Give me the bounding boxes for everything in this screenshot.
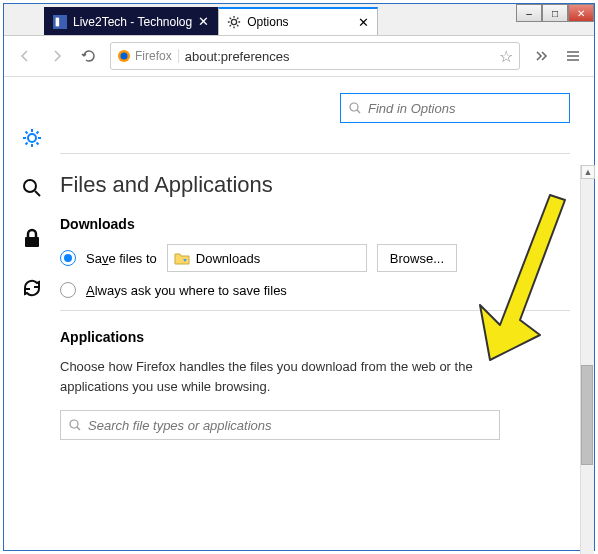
- always-ask-radio[interactable]: [60, 282, 76, 298]
- reload-button[interactable]: [78, 45, 100, 67]
- download-folder-field[interactable]: Downloads: [167, 244, 367, 272]
- site-favicon: [53, 15, 67, 29]
- hamburger-icon: [565, 48, 581, 64]
- applications-description: Choose how Firefox handles the files you…: [60, 357, 500, 396]
- save-files-label: Save files to: [86, 251, 157, 266]
- firefox-icon: [117, 49, 131, 63]
- preferences-content: Files and Applications Downloads Save fi…: [4, 77, 594, 554]
- window-controls: – □ ✕: [516, 4, 594, 22]
- divider: [60, 310, 570, 311]
- back-button[interactable]: [14, 45, 36, 67]
- download-folder-name: Downloads: [196, 251, 260, 266]
- svg-point-5: [28, 134, 36, 142]
- scroll-up-icon[interactable]: ▲: [581, 165, 595, 179]
- url-bar[interactable]: Firefox about:preferences ☆: [110, 42, 520, 70]
- tab-close-icon[interactable]: ✕: [358, 15, 369, 30]
- search-icon: [349, 102, 362, 115]
- svg-point-4: [121, 53, 128, 60]
- search-icon: [69, 419, 82, 432]
- gear-icon: [21, 127, 43, 149]
- sidebar-search[interactable]: [21, 177, 43, 199]
- scrollbar-thumb[interactable]: [581, 365, 593, 465]
- scrollbar[interactable]: ▲: [580, 165, 594, 554]
- menu-button[interactable]: [562, 45, 584, 67]
- tab-close-icon[interactable]: ✕: [198, 14, 209, 29]
- preferences-main: Files and Applications Downloads Save fi…: [60, 77, 594, 554]
- browser-window: – □ ✕ Live2Tech - Technolog ✕ Options ✕: [3, 3, 595, 551]
- lock-icon: [22, 227, 42, 249]
- section-heading: Files and Applications: [60, 172, 570, 198]
- url-text: about:preferences: [185, 49, 493, 64]
- divider: [60, 153, 570, 154]
- reload-icon: [81, 48, 97, 64]
- gear-icon: [227, 15, 241, 29]
- save-files-row: Save files to Downloads Browse...: [60, 244, 570, 272]
- identity-box[interactable]: Firefox: [117, 49, 179, 63]
- svg-point-6: [24, 180, 36, 192]
- sidebar-privacy[interactable]: [21, 227, 43, 249]
- tab-title: Live2Tech - Technolog: [73, 15, 192, 29]
- svg-point-9: [70, 420, 78, 428]
- svg-rect-7: [25, 237, 39, 247]
- save-files-radio[interactable]: [60, 250, 76, 266]
- nav-toolbar: Firefox about:preferences ☆: [4, 36, 594, 77]
- arrow-right-icon: [49, 48, 65, 64]
- close-window-button[interactable]: ✕: [568, 4, 594, 22]
- preferences-sidebar: [4, 77, 60, 554]
- browse-button[interactable]: Browse...: [377, 244, 457, 272]
- find-input[interactable]: [368, 101, 561, 116]
- always-ask-row: Always ask you where to save files: [60, 282, 570, 298]
- svg-point-8: [350, 103, 358, 111]
- sidebar-sync[interactable]: [21, 277, 43, 299]
- sync-icon: [21, 277, 43, 299]
- bookmark-star-icon[interactable]: ☆: [499, 47, 513, 66]
- applications-heading: Applications: [60, 329, 570, 345]
- svg-point-2: [232, 19, 237, 24]
- minimize-button[interactable]: –: [516, 4, 542, 22]
- arrow-left-icon: [17, 48, 33, 64]
- sidebar-general[interactable]: [21, 127, 43, 149]
- applications-search[interactable]: [60, 410, 500, 440]
- folder-icon: [174, 251, 190, 265]
- search-icon: [21, 177, 43, 199]
- tab-title: Options: [247, 15, 352, 29]
- tab-live2tech[interactable]: Live2Tech - Technolog ✕: [44, 7, 218, 35]
- svg-rect-1: [56, 17, 60, 26]
- downloads-heading: Downloads: [60, 216, 570, 232]
- chevron-double-right-icon: [533, 48, 549, 64]
- find-in-options[interactable]: [340, 93, 570, 123]
- tab-strip: Live2Tech - Technolog ✕ Options ✕: [4, 4, 594, 36]
- always-ask-label: Always ask you where to save files: [86, 283, 287, 298]
- overflow-button[interactable]: [530, 45, 552, 67]
- svg-rect-0: [53, 15, 67, 29]
- applications-search-input[interactable]: [88, 418, 491, 433]
- forward-button[interactable]: [46, 45, 68, 67]
- identity-label: Firefox: [135, 49, 172, 63]
- maximize-button[interactable]: □: [542, 4, 568, 22]
- tab-options[interactable]: Options ✕: [218, 7, 378, 35]
